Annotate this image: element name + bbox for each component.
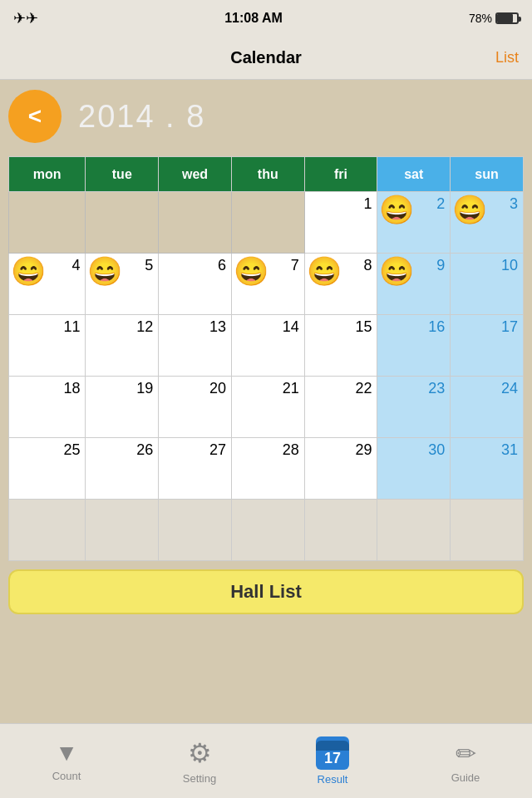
table-row[interactable]: 3😄	[451, 192, 524, 254]
table-row[interactable]: 27	[159, 438, 232, 500]
table-row[interactable]: 21	[231, 377, 304, 438]
year-label: 2014	[78, 99, 155, 134]
day-number: 26	[136, 441, 153, 458]
main-content: < 2014 . 8 mon tue wed thu fri sat sun 1…	[0, 80, 532, 626]
table-row[interactable]: 22	[304, 377, 377, 438]
table-row[interactable]: 15	[304, 315, 377, 377]
table-row[interactable]	[377, 500, 451, 561]
tab-count[interactable]: ▼ Count	[0, 740, 133, 782]
gear-icon: ⚙	[188, 737, 212, 769]
day-number: 7	[291, 257, 299, 273]
table-row[interactable]: 19	[86, 377, 159, 438]
battery-percent: 78%	[469, 12, 492, 25]
table-row[interactable]: 26	[86, 438, 159, 500]
day-number: 3	[510, 195, 518, 212]
day-number: 14	[283, 318, 299, 335]
emoji-icon: 😄	[234, 257, 268, 285]
day-number: 16	[428, 318, 445, 335]
day-number: 29	[355, 441, 372, 458]
table-row[interactable]: 20	[159, 377, 232, 438]
table-row[interactable]	[231, 192, 304, 254]
table-row[interactable]: 25	[9, 438, 86, 500]
table-row[interactable]: 31	[451, 438, 524, 500]
header-fri: fri	[304, 157, 377, 192]
table-row[interactable]: 13	[159, 315, 232, 377]
month-header: < 2014 . 8	[8, 90, 524, 143]
table-row[interactable]: 1	[304, 192, 377, 254]
table-row[interactable]: 6	[159, 254, 232, 315]
day-number: 6	[218, 257, 226, 273]
tab-result-label: Result	[318, 773, 348, 786]
table-row[interactable]: 30	[377, 438, 451, 500]
day-number: 23	[428, 380, 445, 397]
table-row[interactable]: 14	[231, 315, 304, 377]
header-tue: tue	[86, 157, 159, 192]
separator: .	[165, 99, 176, 134]
table-row[interactable]	[231, 500, 304, 561]
day-number: 11	[63, 318, 80, 335]
table-row[interactable]: 29	[304, 438, 377, 500]
table-row[interactable]: 24	[451, 377, 524, 438]
table-row[interactable]: 5😄	[86, 254, 159, 315]
table-row[interactable]: 7😄	[231, 254, 304, 315]
table-row[interactable]	[86, 192, 159, 254]
day-number: 5	[145, 257, 153, 273]
tab-bar: ▼ Count ⚙ Setting 17 Result ✏ Guide	[0, 723, 532, 798]
table-row[interactable]: 12	[86, 315, 159, 377]
list-button[interactable]: List	[495, 49, 519, 66]
status-bar: ✈ 11:08 AM 78%	[0, 0, 532, 37]
table-row[interactable]: 18	[9, 377, 86, 438]
day-number: 1	[363, 195, 372, 212]
day-number: 19	[136, 380, 153, 397]
emoji-icon: 😄	[452, 195, 487, 224]
month-label: 2014 . 8	[78, 99, 205, 135]
battery-fill	[497, 14, 513, 22]
table-row[interactable]	[86, 500, 159, 561]
table-row[interactable]: 4😄	[9, 254, 86, 315]
hall-list-button[interactable]: Hall List	[8, 569, 524, 614]
back-button[interactable]: <	[8, 90, 62, 143]
table-row[interactable]: 10	[451, 254, 524, 315]
table-row[interactable]: 17	[451, 315, 524, 377]
calendar-icon-body: 17	[324, 751, 341, 766]
status-left: ✈	[13, 9, 38, 27]
table-row[interactable]: 8😄	[304, 254, 377, 315]
tab-count-label: Count	[52, 770, 81, 782]
table-row[interactable]	[9, 500, 86, 561]
header-sun: sun	[451, 157, 524, 192]
emoji-icon: 😄	[379, 257, 414, 285]
table-row[interactable]: 9😄	[377, 254, 451, 315]
airplane-icon: ✈	[13, 9, 38, 27]
table-row[interactable]: 23	[377, 377, 451, 438]
table-row[interactable]	[159, 192, 232, 254]
day-number: 9	[436, 257, 445, 273]
emoji-icon: 😄	[379, 195, 414, 224]
header-thu: thu	[231, 157, 304, 192]
day-number: 13	[209, 318, 226, 335]
tab-guide-label: Guide	[451, 771, 480, 784]
table-row[interactable]: 16	[377, 315, 451, 377]
day-number: 18	[63, 380, 80, 397]
header-sat: sat	[377, 157, 451, 192]
table-row[interactable]	[9, 192, 86, 254]
emoji-icon: 😄	[87, 257, 122, 285]
day-number: 8	[363, 257, 372, 273]
table-row[interactable]	[451, 500, 524, 561]
table-row[interactable]: 2😄	[377, 192, 451, 254]
header-mon: mon	[9, 157, 86, 192]
table-row[interactable]: 28	[231, 438, 304, 500]
day-number: 15	[355, 318, 372, 335]
table-row[interactable]: 11	[9, 315, 86, 377]
emoji-icon: 😄	[307, 257, 342, 285]
table-row[interactable]	[304, 500, 377, 561]
day-number: 12	[136, 318, 153, 335]
header-wed: wed	[159, 157, 232, 192]
tab-result[interactable]: 17 Result	[266, 736, 399, 786]
tab-setting[interactable]: ⚙ Setting	[133, 737, 266, 785]
table-row[interactable]	[159, 500, 232, 561]
tab-setting-label: Setting	[183, 772, 216, 785]
tab-guide[interactable]: ✏ Guide	[399, 739, 532, 784]
status-time: 11:08 AM	[224, 11, 283, 26]
day-number: 31	[501, 441, 518, 458]
day-number: 2	[436, 195, 445, 212]
